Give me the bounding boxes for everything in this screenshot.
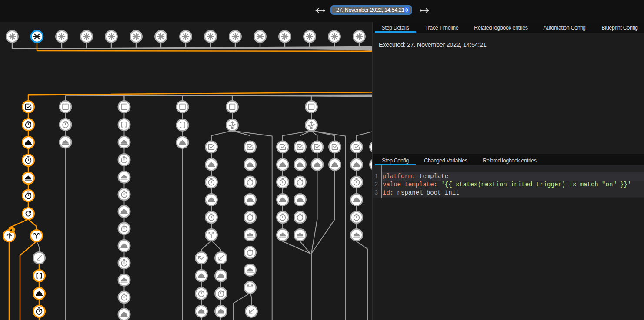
svg-text:9+: 9+ <box>10 228 14 232</box>
